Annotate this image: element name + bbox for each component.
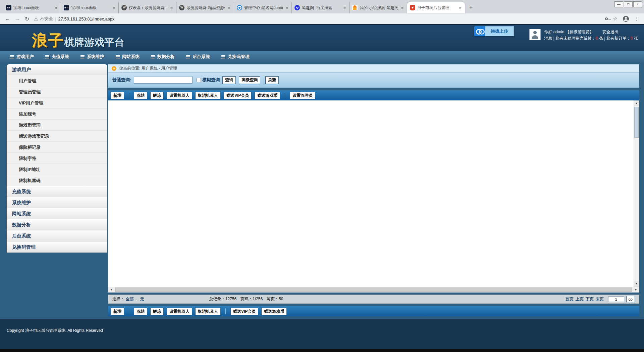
sidebar-item-用户管理[interactable]: 用户管理 bbox=[7, 75, 107, 86]
tab-close-icon[interactable]: × bbox=[54, 5, 58, 10]
menu-dots-icon[interactable]: ⋮ bbox=[634, 16, 639, 22]
sidebar-item-游戏币管理[interactable]: 游戏币管理 bbox=[7, 120, 107, 131]
sidebar-item-添加靓号[interactable]: 添加靓号 bbox=[7, 108, 107, 120]
bookmark-star-icon[interactable]: ☆ bbox=[613, 16, 618, 22]
drag-upload-label[interactable]: 拖拽上传 bbox=[485, 26, 514, 36]
tab-close-icon[interactable]: × bbox=[169, 5, 173, 10]
first-page-link[interactable]: 首页 bbox=[566, 296, 574, 302]
sidebar-section-后台系统[interactable]: 后台系统 bbox=[7, 230, 107, 241]
select-none-link[interactable]: 无 bbox=[140, 297, 144, 301]
query-button[interactable]: 查询 bbox=[222, 76, 236, 84]
sidebar-section-兑换码管理[interactable]: 兑换码管理 bbox=[7, 241, 107, 253]
sidebar-section-充值系统[interactable]: 充值系统 bbox=[7, 186, 107, 197]
sidebar-item-管理员管理[interactable]: 管理员管理 bbox=[7, 86, 107, 97]
toolbar-button-赠送游戏币[interactable]: 赠送游戏币 bbox=[261, 308, 287, 315]
message-line[interactable]: 消息 | 您有未处理留言反馈：0 条 | 您有新订单：0 张 bbox=[544, 35, 638, 42]
logout-link[interactable]: 安全退出 bbox=[602, 29, 619, 35]
last-page-link[interactable]: 末页 bbox=[596, 296, 604, 302]
tab-close-icon[interactable]: × bbox=[112, 5, 116, 10]
sidebar-item-保险柜记录[interactable]: 保险柜记录 bbox=[7, 142, 107, 153]
search-input[interactable] bbox=[134, 77, 193, 84]
sidebar-section-游戏用户[interactable]: 游戏用户 bbox=[7, 64, 107, 75]
toolbar-button-取消机器人[interactable]: 取消机器人 bbox=[195, 92, 221, 99]
toolbar-button-取消机器人[interactable]: 取消机器人 bbox=[195, 308, 221, 315]
nav-item-网站系统[interactable]: 网站系统 bbox=[116, 54, 140, 60]
tab-close-icon[interactable]: × bbox=[458, 5, 462, 10]
close-button[interactable]: × bbox=[633, 1, 642, 7]
back-icon[interactable]: ← bbox=[5, 16, 10, 22]
sidebar-item-限制IP地址[interactable]: 限制IP地址 bbox=[7, 164, 107, 175]
msg-text: 条 | 您有新订单： bbox=[598, 36, 631, 41]
sidebar-item-限制字符[interactable]: 限制字符 bbox=[7, 153, 107, 164]
maximize-button[interactable]: □ bbox=[624, 1, 633, 7]
scroll-right-icon[interactable]: ► bbox=[633, 287, 639, 293]
drag-upload-overlay[interactable]: 拖拽上传 bbox=[474, 26, 514, 36]
browser-tab[interactable]: 笔趣阁_百度搜索× bbox=[292, 2, 350, 13]
toolbar-button-设置机器人[interactable]: 设置机器人 bbox=[167, 308, 192, 315]
logo-main-text: 浪子 bbox=[32, 30, 64, 51]
tab-close-icon[interactable]: × bbox=[285, 5, 289, 10]
windows-taskbar[interactable] bbox=[0, 349, 644, 352]
new-tab-button[interactable]: + bbox=[466, 3, 476, 12]
toolbar-button-新增[interactable]: 新增 bbox=[111, 92, 124, 99]
profile-icon[interactable] bbox=[623, 16, 629, 22]
password-key-icon[interactable] bbox=[605, 17, 608, 20]
toolbar-button-解冻[interactable]: 解冻 bbox=[150, 308, 164, 315]
sidebar-item-赠送游戏币记录[interactable]: 赠送游戏币记录 bbox=[7, 131, 107, 142]
toolbar-button-冻结[interactable]: 冻结 bbox=[134, 308, 147, 315]
browser-tab[interactable]: 管理中心 聚名网Juming.Co× bbox=[234, 2, 292, 13]
nav-item-充值系统[interactable]: 充值系统 bbox=[45, 54, 69, 60]
advanced-query-button[interactable]: 高级查询 bbox=[239, 76, 260, 84]
fuzzy-checkbox[interactable] bbox=[197, 78, 201, 82]
sidebar-section-系统维护[interactable]: 系统维护 bbox=[7, 197, 107, 208]
url-text[interactable]: 27.50.161.253:81/Index.aspx bbox=[58, 16, 114, 21]
next-page-link[interactable]: 下页 bbox=[586, 296, 594, 302]
toolbar-button-赠送VIP会员[interactable]: 赠送VIP会员 bbox=[224, 92, 252, 99]
prev-page-link[interactable]: 上页 bbox=[576, 296, 584, 302]
toolbar-button-赠送游戏币[interactable]: 赠送游戏币 bbox=[255, 92, 280, 99]
scroll-up-icon[interactable]: ▲ bbox=[634, 101, 639, 106]
nav-item-后台系统[interactable]: 后台系统 bbox=[186, 54, 210, 60]
browser-tab[interactable]: 我的-小说搜索-笔趣阁× bbox=[350, 2, 407, 13]
scroll-left-icon[interactable]: ◄ bbox=[108, 287, 114, 293]
minimize-button[interactable]: — bbox=[614, 1, 623, 7]
nav-item-游戏用户[interactable]: 游戏用户 bbox=[10, 54, 34, 60]
forward-icon[interactable]: → bbox=[15, 16, 20, 22]
security-chip[interactable]: ⚠ 不安全 | 27.50.161.253:81/Index.aspx bbox=[34, 16, 114, 22]
refresh-icon[interactable]: ↻ bbox=[25, 16, 29, 22]
sidebar-item-VIP用户管理[interactable]: VIP用户管理 bbox=[7, 97, 107, 108]
table-vertical-scrollbar[interactable]: ▲ ▼ bbox=[634, 100, 639, 287]
browser-tab[interactable]: 亲测源码网-精品资源站长亲× bbox=[176, 2, 234, 13]
user-table-zone: ▲ ▼ bbox=[108, 100, 639, 287]
sidebar-section-网站系统[interactable]: 网站系统 bbox=[7, 208, 107, 219]
go-button[interactable]: go bbox=[626, 296, 635, 302]
page-number-input[interactable] bbox=[608, 296, 624, 302]
browser-tab[interactable]: 仪表盘 ‹ 亲测源码网 — Wor× bbox=[119, 2, 176, 13]
nav-item-系统维护[interactable]: 系统维护 bbox=[80, 54, 104, 60]
toolbar-button-新增[interactable]: 新增 bbox=[111, 308, 124, 315]
toolbar-button-解冻[interactable]: 解冻 bbox=[150, 92, 164, 99]
tab-close-icon[interactable]: × bbox=[400, 5, 404, 10]
tab-close-icon[interactable]: × bbox=[342, 5, 346, 10]
horizontal-scroll-thumb[interactable] bbox=[115, 288, 632, 292]
sidebar-item-限制机器码[interactable]: 限制机器码 bbox=[7, 175, 107, 186]
nav-item-label: 系统维护 bbox=[87, 54, 104, 60]
browser-tab[interactable]: 浪子电玩后台管理× bbox=[407, 2, 465, 13]
scroll-down-icon[interactable]: ▼ bbox=[634, 281, 639, 287]
vertical-scroll-thumb[interactable] bbox=[634, 107, 639, 138]
toolbar-button-设置机器人[interactable]: 设置机器人 bbox=[167, 92, 192, 99]
select-all-link[interactable]: 全部 bbox=[126, 297, 134, 301]
refresh-button[interactable]: 刷新 bbox=[265, 76, 279, 84]
nav-item-兑换码管理[interactable]: 兑换码管理 bbox=[221, 54, 250, 60]
wp-favicon-icon bbox=[121, 5, 127, 10]
greeting-text: 你好 admin 【超级管理员】 bbox=[544, 29, 593, 35]
browser-tab[interactable]: 宝塔Linux面板× bbox=[61, 2, 119, 13]
tab-close-icon[interactable]: × bbox=[227, 5, 231, 10]
table-horizontal-scrollbar[interactable]: ◄ ► bbox=[108, 287, 639, 293]
browser-tab[interactable]: 宝塔Linux面板× bbox=[3, 2, 61, 13]
toolbar-button-设置管理员[interactable]: 设置管理员 bbox=[290, 92, 315, 99]
toolbar-button-冻结[interactable]: 冻结 bbox=[134, 92, 147, 99]
toolbar-button-赠送VIP会员[interactable]: 赠送VIP会员 bbox=[230, 308, 258, 315]
nav-item-数据分析[interactable]: 数据分析 bbox=[151, 54, 175, 60]
sidebar-section-数据分析[interactable]: 数据分析 bbox=[7, 219, 107, 230]
